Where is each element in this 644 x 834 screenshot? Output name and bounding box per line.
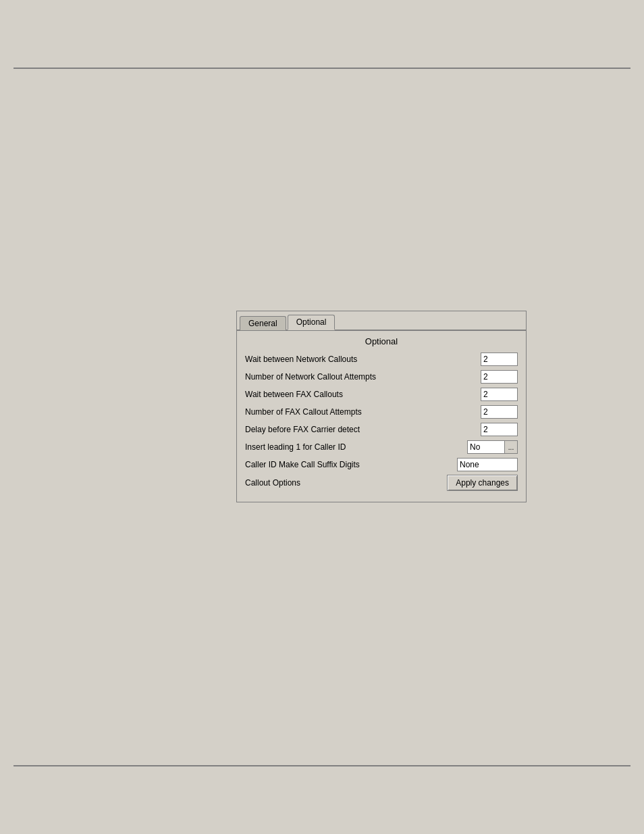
- form-row-wait-fax: Wait between FAX Callouts: [245, 387, 518, 402]
- label-delay-fax: Delay before FAX Carrier detect: [245, 425, 481, 434]
- form-row-caller-id-suffix: Caller ID Make Call Suffix Digits: [245, 457, 518, 472]
- bottom-border: [14, 765, 630, 766]
- tab-optional[interactable]: Optional: [288, 315, 336, 330]
- form-row-callout-options: Callout Options Apply changes: [245, 475, 518, 491]
- form-row-insert-leading: Insert leading 1 for Caller ID ...: [245, 440, 518, 454]
- dropdown-row-insert-leading: ...: [467, 440, 518, 454]
- section-title: Optional: [245, 336, 518, 346]
- input-number-fax[interactable]: [481, 405, 518, 419]
- label-number-network: Number of Network Callout Attempts: [245, 372, 481, 382]
- input-caller-id-suffix[interactable]: [457, 458, 518, 471]
- label-caller-id-suffix: Caller ID Make Call Suffix Digits: [245, 460, 457, 469]
- form-row-number-fax: Number of FAX Callout Attempts: [245, 405, 518, 419]
- form-row-number-network: Number of Network Callout Attempts: [245, 369, 518, 384]
- tabs-row: General Optional: [237, 311, 526, 331]
- input-wait-fax[interactable]: [481, 388, 518, 401]
- content-area: Optional Wait between Network Callouts N…: [237, 331, 526, 502]
- dropdown-btn-insert-leading[interactable]: ...: [504, 440, 518, 454]
- input-number-network[interactable]: [481, 370, 518, 384]
- form-row-wait-network: Wait between Network Callouts: [245, 352, 518, 367]
- main-panel: General Optional Optional Wait between N…: [236, 311, 527, 502]
- label-callout-options: Callout Options: [245, 478, 447, 488]
- label-wait-network: Wait between Network Callouts: [245, 355, 481, 364]
- input-delay-fax[interactable]: [481, 423, 518, 436]
- tab-general[interactable]: General: [240, 316, 286, 330]
- label-wait-fax: Wait between FAX Callouts: [245, 390, 481, 399]
- top-border: [14, 68, 630, 69]
- apply-changes-button[interactable]: Apply changes: [447, 475, 518, 491]
- input-wait-network[interactable]: [481, 353, 518, 366]
- label-number-fax: Number of FAX Callout Attempts: [245, 407, 481, 417]
- label-insert-leading: Insert leading 1 for Caller ID: [245, 442, 467, 452]
- form-row-delay-fax: Delay before FAX Carrier detect: [245, 422, 518, 437]
- input-insert-leading[interactable]: [467, 440, 504, 454]
